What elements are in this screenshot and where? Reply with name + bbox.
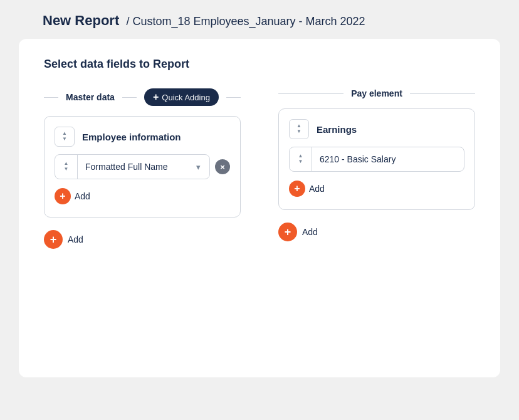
field-chevron-icon[interactable]: ▾ [187,155,209,179]
field-text: Formatted Full Name [78,155,187,179]
add-pay-group-label: Add [302,227,318,237]
add-field-label: Add [75,191,90,201]
employee-group-card: ▲ ▼ Employee information ▲ ▼ [44,116,241,218]
pay-left-divider [278,93,343,94]
pay-element-header: Pay element [278,88,475,98]
earnings-field-sort-icon: ▲ ▼ [298,154,303,165]
mid-divider [122,97,137,98]
master-data-header: Master data + Quick Adding [44,88,241,106]
group-header: ▲ ▼ Employee information [55,127,230,147]
remove-icon: × [220,162,225,172]
master-data-column: Master data + Quick Adding ▲ ▼ Emp [44,88,241,251]
page-header: New Report / Custom_18 Employees_January… [0,0,519,39]
field-sort-handle[interactable]: ▲ ▼ [55,155,78,179]
pay-element-column: Pay element ▲ ▼ Earnings [278,88,475,251]
field-sort-icon: ▲ ▼ [64,161,69,172]
earnings-group-label: Earnings [317,124,464,135]
add-field-button[interactable]: + Add [55,186,90,207]
earnings-field-row: ▲ ▼ 6210 - Basic Salary [289,147,464,172]
group-sort-handle[interactable]: ▲ ▼ [55,127,75,147]
field-row: ▲ ▼ Formatted Full Name ▾ × [55,154,230,179]
page-title: New Report / Custom_18 Employees_January… [43,13,476,29]
report-title-text: New Report [43,13,119,28]
earnings-field-text: 6210 - Basic Salary [312,147,464,171]
earnings-group-card: ▲ ▼ Earnings ▲ ▼ 6210 [278,108,475,210]
remove-field-button[interactable]: × [215,159,230,174]
add-earnings-field-label: Add [309,184,325,194]
earnings-sort-handle[interactable]: ▲ ▼ [289,119,309,139]
add-pay-group-plus-icon: + [278,223,297,241]
pay-right-divider [410,93,475,94]
quick-adding-label: Quick Adding [162,93,210,102]
right-divider [226,97,241,98]
add-pay-group-button[interactable]: + Add [278,220,318,244]
left-divider [44,97,58,98]
field-select[interactable]: ▲ ▼ Formatted Full Name ▾ [55,154,210,179]
add-group-label: Add [68,234,83,244]
add-field-plus-icon: + [55,188,71,204]
report-subtitle: / Custom_18 Employees_January - March 20… [123,15,365,28]
earnings-field-select[interactable]: ▲ ▼ 6210 - Basic Salary [289,147,464,172]
earnings-field-sort-handle[interactable]: ▲ ▼ [290,147,312,171]
add-earnings-field-plus-icon: + [289,181,305,197]
quick-adding-plus-icon: + [153,92,159,102]
sort-arrows-icon: ▲ ▼ [62,131,67,142]
add-earnings-field-button[interactable]: + Add [289,178,325,199]
columns-wrapper: Master data + Quick Adding ▲ ▼ Emp [44,88,475,251]
master-data-title: Master data [66,92,115,102]
main-card: Select data fields to Report Master data… [19,39,500,377]
pay-element-title: Pay element [351,88,402,98]
earnings-group-header: ▲ ▼ Earnings [289,119,464,139]
earnings-sort-icon: ▲ ▼ [296,123,301,135]
group-label: Employee information [82,132,230,142]
add-group-button[interactable]: + Add [44,228,83,251]
add-group-plus-icon: + [44,230,63,249]
section-title: Select data fields to Report [44,58,475,71]
quick-adding-button[interactable]: + Quick Adding [144,88,219,106]
